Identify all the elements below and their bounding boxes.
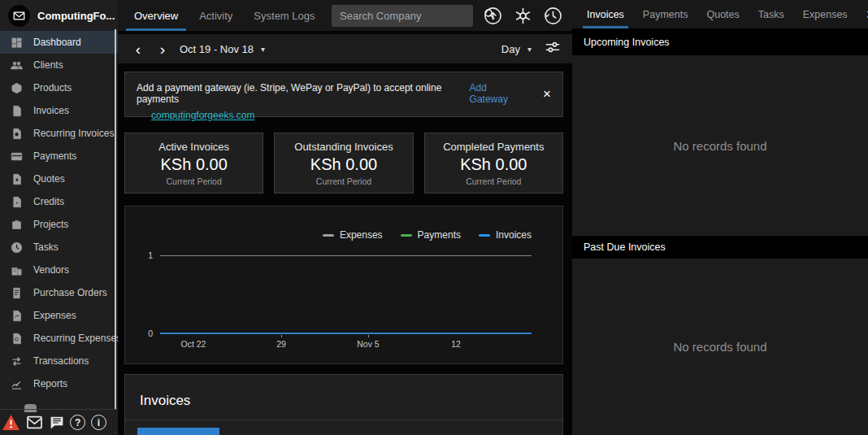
company-name: ComputingFo... xyxy=(37,10,115,22)
datebar: ‹ › Oct 19 - Nov 18 ▾ Day ▾ xyxy=(118,34,572,63)
vendors-icon xyxy=(11,264,23,276)
payment-gateway-banner: Add a payment gateway (ie. Stripe, WePay… xyxy=(124,72,563,117)
x-axis-tick: Nov 5 xyxy=(357,339,379,349)
rp-tab-payments[interactable]: Payments xyxy=(643,0,688,28)
settings-sliders-icon[interactable] xyxy=(545,40,561,58)
chat-icon[interactable] xyxy=(49,415,65,430)
sidebar-item-purchase-orders[interactable]: Purchase Orders xyxy=(0,281,118,304)
stat-cards: Active Invoices KSh 0.00 Current Period … xyxy=(124,133,563,194)
payments-dash-icon xyxy=(401,234,412,237)
sidebar-item-products[interactable]: Products xyxy=(0,76,118,99)
search-company-box[interactable] xyxy=(332,5,473,27)
y-axis-tick-0: 0 xyxy=(135,328,153,338)
x-axis-tick: Oct 22 xyxy=(181,339,206,349)
warning-icon[interactable] xyxy=(2,414,20,431)
date-range[interactable]: Oct 19 - Nov 18 xyxy=(180,43,254,55)
add-gateway-link[interactable]: Add Gateway xyxy=(470,82,526,105)
search-input[interactable] xyxy=(340,10,483,22)
products-icon xyxy=(11,82,23,94)
recurring-expenses-icon xyxy=(11,333,23,345)
tab-activity[interactable]: Activity xyxy=(194,0,237,31)
sidebar-item-projects[interactable]: Projects xyxy=(0,213,118,236)
sidebar: ComputingFo... ▾ Dashboard Clients Produ… xyxy=(0,0,118,435)
upcoming-invoices-body: No records found xyxy=(572,55,868,236)
company-website-link[interactable]: computingforgeeks.com xyxy=(151,110,254,121)
sidebar-item-credits[interactable]: Credits xyxy=(0,190,118,213)
transactions-icon xyxy=(11,355,23,368)
invoices-icon xyxy=(11,105,23,117)
sidebar-item-expenses[interactable]: Expenses xyxy=(0,304,118,327)
email-icon[interactable] xyxy=(26,415,43,429)
tab-overview[interactable]: Overview xyxy=(129,0,183,31)
gridline-top xyxy=(160,255,532,256)
dashboard-icon xyxy=(11,37,23,49)
rp-tab-invoices[interactable]: Invoices xyxy=(587,0,624,28)
invoices-section-title: Invoices xyxy=(125,375,562,409)
legend-invoices[interactable]: Invoices xyxy=(479,229,532,241)
stat-card-outstanding-invoices: Outstanding Invoices KSh 0.00 Current Pe… xyxy=(274,133,413,194)
flower-icon[interactable] xyxy=(514,7,532,25)
main-area: Overview Activity System Logs ‹ › Oct 19… xyxy=(118,0,572,435)
invoices-section: Invoices Active Outstanding xyxy=(124,374,563,435)
right-panel: Invoices Payments Quotes Tasks Expenses … xyxy=(572,0,868,435)
expenses-dash-icon xyxy=(323,234,334,237)
company-selector[interactable]: ComputingFo... ▾ xyxy=(0,0,118,31)
sidebar-scrollbar[interactable] xyxy=(115,29,116,410)
x-tick-mark xyxy=(368,335,369,337)
banner-close-icon[interactable]: × xyxy=(543,87,551,101)
dashboard-app: ComputingFo... ▾ Dashboard Clients Produ… xyxy=(0,0,868,435)
sidebar-item-reports[interactable]: Reports xyxy=(0,372,118,395)
upcoming-invoices-header: Upcoming Invoices xyxy=(572,28,868,55)
legend-expenses[interactable]: Expenses xyxy=(323,229,383,241)
sidebar-item-vendors[interactable]: Vendors xyxy=(0,259,118,281)
main-tabbar: Overview Activity System Logs xyxy=(118,0,572,31)
reports-icon xyxy=(11,378,23,390)
expenses-icon xyxy=(11,310,23,322)
x-axis-tick: 29 xyxy=(276,339,286,349)
quotes-icon xyxy=(11,173,23,185)
sidebar-item-clients[interactable]: Clients xyxy=(0,54,118,76)
rp-tab-quotes[interactable]: Quotes xyxy=(706,0,739,28)
sidebar-item-recurring-invoices[interactable]: Recurring Invoices xyxy=(0,122,118,145)
purchase-orders-icon xyxy=(11,287,23,299)
next-period-button[interactable]: › xyxy=(155,41,170,57)
info-icon[interactable]: i xyxy=(91,415,106,430)
sidebar-item-recurring-expenses[interactable]: Recurring Expenses xyxy=(0,327,118,350)
stat-card-active-invoices: Active Invoices KSh 0.00 Current Period xyxy=(124,133,263,194)
company-logo-icon xyxy=(8,5,30,27)
overview-chart: Expenses Payments Invoices 1 0 Oct 22 29… xyxy=(124,206,563,364)
tab-system-logs[interactable]: System Logs xyxy=(249,0,319,31)
invoices-tabs: Active Outstanding xyxy=(137,428,562,435)
legend-payments[interactable]: Payments xyxy=(401,229,461,241)
credits-icon xyxy=(11,196,23,208)
upload-circle-icon[interactable] xyxy=(484,7,502,25)
tab-active-invoices[interactable]: Active xyxy=(137,428,219,435)
dashboard-content: Add a payment gateway (ie. Stripe, WePay… xyxy=(118,72,572,435)
sidebar-item-quotes[interactable]: Quotes xyxy=(0,167,118,190)
divider xyxy=(125,420,562,420)
invoices-dash-icon xyxy=(479,234,490,237)
empty-state-text: No records found xyxy=(673,139,766,153)
recurring-invoices-icon xyxy=(11,128,23,140)
sidebar-footer: ? i xyxy=(0,409,118,435)
prev-period-button[interactable]: ‹ xyxy=(131,41,145,57)
rp-tab-expenses[interactable]: Expenses xyxy=(803,0,848,28)
history-icon[interactable] xyxy=(544,7,562,25)
help-icon[interactable]: ? xyxy=(70,415,85,430)
empty-state-text: No records found xyxy=(673,340,766,354)
interval-select[interactable]: Day xyxy=(501,43,520,55)
sidebar-item-transactions[interactable]: Transactions xyxy=(0,350,118,372)
sidebar-item-tasks[interactable]: Tasks xyxy=(0,236,118,259)
caret-down-icon[interactable]: ▾ xyxy=(261,45,265,54)
rp-tab-tasks[interactable]: Tasks xyxy=(758,0,784,28)
sidebar-item-dashboard[interactable]: Dashboard xyxy=(0,31,118,54)
sidebar-item-payments[interactable]: Payments xyxy=(0,145,118,167)
banner-message: Add a payment gateway (ie. Stripe, WePay… xyxy=(137,82,470,105)
payments-icon xyxy=(11,150,23,163)
topbar-action-icons xyxy=(484,7,562,25)
chart-legend: Expenses Payments Invoices xyxy=(323,229,532,241)
caret-down-icon[interactable]: ▾ xyxy=(527,45,532,54)
x-tick-mark xyxy=(281,335,282,337)
x-axis-tick: 12 xyxy=(451,339,461,349)
sidebar-item-invoices[interactable]: Invoices xyxy=(0,99,118,122)
